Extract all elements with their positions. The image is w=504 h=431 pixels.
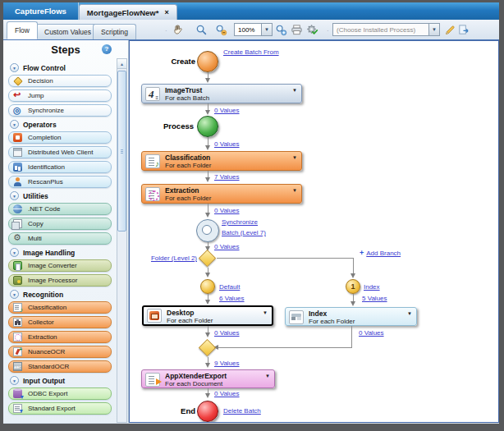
index-step-node[interactable]: Index For each Folder ▼	[285, 307, 417, 326]
section-image-handling[interactable]: ▼Image Handling	[10, 248, 116, 257]
sidebar-item-odbc-export[interactable]: ODBC Export	[8, 387, 112, 400]
synchronize-link[interactable]: Synchronize	[222, 218, 258, 226]
process-combo-arrow-icon[interactable]: ▼	[428, 24, 439, 35]
zoom-select-icon[interactable]	[195, 23, 208, 37]
section-operators[interactable]: ▼Operators	[10, 120, 116, 129]
chevron-down-icon: ▼	[10, 120, 19, 129]
sidebar-item-rescanplus[interactable]: RescanPlus	[8, 176, 112, 188]
section-recognition[interactable]: ▼Recognition	[10, 290, 116, 299]
imagetrust-values-link[interactable]: 0 Values	[214, 107, 240, 114]
tab-scripting[interactable]: Scripting	[93, 24, 136, 39]
classification-values-link[interactable]: 7 Values	[214, 173, 240, 181]
section-input-output[interactable]: ▼Input Output	[10, 376, 116, 385]
validate-gear-icon[interactable]	[305, 23, 319, 37]
create-label: Create	[154, 57, 195, 66]
sidebar-item-completion[interactable]: Completion	[8, 131, 112, 144]
sidebar-item-classification[interactable]: Classification	[8, 301, 112, 314]
zoom-level-combobox[interactable]: 100% ▼	[234, 23, 273, 36]
default-values-link[interactable]: 6 Values	[219, 295, 245, 302]
dropdown-caret-icon[interactable]: ▼	[407, 311, 412, 316]
flow-connector	[218, 347, 352, 348]
scrollbar-up-arrow-icon[interactable]: ▲	[117, 59, 126, 69]
sidebar-item-standard-export[interactable]: Standard Export	[8, 402, 112, 415]
decision-diamond-node[interactable]	[199, 250, 216, 267]
arrowhead-icon	[205, 177, 210, 182]
extraction-step-node[interactable]: Extraction For each Folder ▼	[141, 184, 302, 204]
appxtenderexport-step-node[interactable]: AppXtenderExport For each Document ▼	[141, 369, 275, 388]
sidebar-item-image-converter[interactable]: Image Converter	[8, 259, 112, 272]
flow-canvas[interactable]: Create Create Batch From ImageTrust For …	[129, 40, 499, 423]
synchronize-node[interactable]	[196, 219, 219, 242]
default-branch-node[interactable]	[200, 279, 215, 294]
extraction-values-link[interactable]: 0 Values	[214, 207, 240, 214]
steps-sidebar: Steps ? ▼Flow Control Decision Jump Sync…	[3, 40, 129, 423]
sidebar-item-net-code[interactable]: .NET Code	[8, 203, 112, 215]
standard-export-icon	[13, 404, 22, 413]
zoom-combo-arrow-icon[interactable]: ▼	[261, 24, 272, 35]
tab-custom-values[interactable]: Custom Values	[36, 24, 99, 39]
print-icon[interactable]	[290, 23, 304, 37]
add-branch-link[interactable]: Add Branch	[366, 250, 401, 257]
appxtender-values-link[interactable]: 0 Values	[214, 390, 240, 397]
web-client-icon	[13, 148, 22, 157]
arrowhead-icon	[205, 145, 210, 150]
scrollbar-thumb[interactable]	[117, 71, 126, 232]
desktop-step-node[interactable]: Desktop For each Folder ▼	[142, 305, 273, 326]
folder-level-link[interactable]: Folder (Level 2)	[144, 254, 197, 262]
dropdown-caret-icon[interactable]: ▼	[263, 310, 268, 315]
sidebar-item-multi[interactable]: Multi	[8, 232, 112, 245]
app-tab-captureflows[interactable]: CaptureFlows	[3, 2, 79, 20]
help-icon[interactable]: ?	[102, 44, 112, 54]
zoom-in-icon[interactable]	[274, 23, 288, 37]
classification-step-node[interactable]: Classification For each Folder ▼	[141, 151, 302, 171]
sidebar-item-decision[interactable]: Decision	[8, 75, 112, 87]
index-step-values-link[interactable]: 0 Values	[359, 329, 384, 337]
classification-doc-icon	[145, 154, 160, 168]
process-values-link[interactable]: 0 Values	[214, 140, 240, 148]
zoom-out-icon[interactable]	[214, 23, 228, 37]
dropdown-caret-icon[interactable]: ▼	[292, 188, 297, 193]
synchronize-level-link[interactable]: Batch (Level 7)	[222, 229, 266, 236]
installed-process-combobox[interactable]: (Choose Installed Process) ▼	[332, 23, 440, 36]
index-values-link[interactable]: 5 Values	[362, 295, 387, 302]
delete-batch-link[interactable]: Delete Batch	[223, 407, 261, 415]
create-node[interactable]	[197, 51, 218, 72]
synchronize-values-link[interactable]: 0 Values	[214, 243, 240, 250]
section-flow-control[interactable]: ▼Flow Control	[10, 63, 116, 72]
dropdown-caret-icon[interactable]: ▼	[292, 155, 297, 160]
create-batch-from-link[interactable]: Create Batch From	[223, 48, 279, 56]
add-branch-control[interactable]: + Add Branch	[360, 249, 401, 257]
merge-diamond-node[interactable]	[199, 339, 216, 356]
sidebar-item-copy[interactable]: Copy	[8, 218, 112, 230]
sidebar-scrollbar[interactable]: ▲	[117, 58, 127, 423]
export-flow-icon[interactable]	[456, 23, 470, 37]
step-scope: For each Batch	[165, 94, 209, 102]
sidebar-item-synchronize[interactable]: Synchronize	[8, 104, 112, 117]
dropdown-caret-icon[interactable]: ▼	[265, 374, 270, 378]
sidebar-item-collector[interactable]: Collector	[8, 316, 112, 328]
process-node[interactable]	[197, 116, 218, 137]
tab-flow[interactable]: Flow	[7, 21, 38, 39]
imagetrust-step-node[interactable]: ImageTrust For each Batch ▼	[141, 84, 302, 103]
sidebar-item-extraction[interactable]: Extraction	[8, 331, 112, 343]
sidebar-item-distributed-web-client[interactable]: Distributed Web Client	[8, 146, 112, 158]
sidebar-item-image-processor[interactable]: Image Processor	[8, 274, 112, 287]
index-branch-link[interactable]: Index	[364, 283, 380, 291]
edit-pencil-icon[interactable]	[442, 23, 456, 37]
end-node[interactable]	[197, 401, 218, 422]
sidebar-item-jump[interactable]: Jump	[8, 89, 112, 102]
section-utilities[interactable]: ▼Utilities	[10, 191, 116, 200]
sidebar-item-identification[interactable]: Identification	[8, 161, 112, 173]
close-tab-icon[interactable]: ×	[164, 9, 168, 16]
sidebar-item-standardocr[interactable]: StandardOCR	[8, 360, 112, 373]
default-branch-link[interactable]: Default	[219, 283, 240, 291]
document-tab-mortgageflownew[interactable]: MortgageFlowNew* ×	[79, 4, 177, 20]
pan-hand-icon[interactable]	[171, 23, 185, 37]
index-branch-node[interactable]: 1	[346, 279, 360, 294]
appxtender-doc-icon	[145, 373, 160, 387]
nuance-ocr-icon	[13, 347, 22, 356]
sidebar-item-nuanceocr[interactable]: NuanceOCR	[8, 346, 112, 358]
desktop-values-link[interactable]: 0 Values	[214, 329, 240, 337]
merge-values-link[interactable]: 9 Values	[214, 360, 240, 367]
dropdown-caret-icon[interactable]: ▼	[292, 88, 297, 93]
